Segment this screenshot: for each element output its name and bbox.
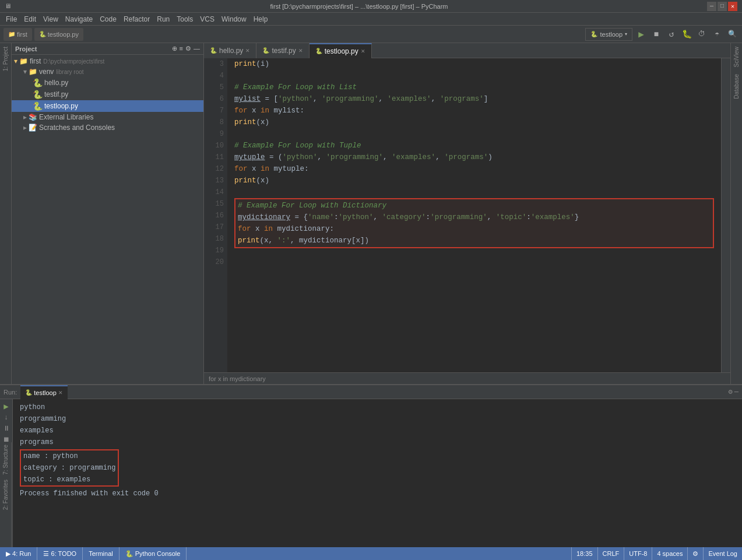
output-highlighted-block: name : python category : programming top… <box>20 449 119 487</box>
tree-item-first[interactable]: ▾ 📁 first D:\pycharmprojects\first <box>12 56 203 66</box>
stop-button[interactable]: ■ <box>650 28 663 41</box>
project-side-label[interactable]: 1: Project <box>1 43 10 75</box>
status-gear[interactable]: ⚙ <box>687 547 703 560</box>
dropdown-icon: ▾ <box>625 31 627 37</box>
run-play-icon[interactable]: ▶ <box>3 401 8 411</box>
code-line-6: mylist = ['python', 'programming', 'exam… <box>234 93 714 105</box>
editor-tabs-bar: 🐍 hello.py ✕ 🐍 testif.py ✕ 🐍 testloop.py… <box>204 43 730 58</box>
coverage-button[interactable]: ☂ <box>711 28 723 41</box>
close-button[interactable]: ✕ <box>728 2 737 11</box>
code-editor[interactable]: 3 4 5 6 7 8 9 10 11 12 13 14 15 16 17 18… <box>204 58 730 372</box>
menu-window[interactable]: Window <box>218 15 250 23</box>
menu-code[interactable]: Code <box>96 15 120 23</box>
code-line-10: # Example For Loop with Tuple <box>234 140 714 152</box>
menu-tools[interactable]: Tools <box>173 15 196 23</box>
tree-item-scratches[interactable]: ▸ 📝 Scratches and Consoles <box>12 122 203 133</box>
tree-item-testloop[interactable]: 🐍 testloop.py <box>12 100 203 112</box>
tab-testloop-close[interactable]: ✕ <box>361 48 365 54</box>
code-line-15: # Example For Loop with Dictionary <box>238 200 711 212</box>
structure-label[interactable]: 7: Structure <box>1 442 10 477</box>
line-numbers: 3 4 5 6 7 8 9 10 11 12 13 14 15 16 17 18… <box>204 58 227 372</box>
status-right-items: 18:35 CRLF UTF-8 4 spaces ⚙ Event Log <box>571 547 742 560</box>
run-pause-icon[interactable]: ⏸ <box>3 424 10 433</box>
file-tab[interactable]: 🐍 testloop.py <box>34 28 83 41</box>
output-line-programs: programs <box>20 436 735 448</box>
project-tab[interactable]: 📁 first <box>3 28 32 41</box>
menu-navigate[interactable]: Navigate <box>62 15 96 23</box>
window-title: first [D:\pycharmprojects\first] – ...\t… <box>11 3 707 10</box>
editor-area: 🐍 hello.py ✕ 🐍 testif.py ✕ 🐍 testloop.py… <box>204 43 730 384</box>
code-line-16: mydictionary = {'name':'python', 'catego… <box>238 212 711 223</box>
project-panel-title: Project <box>15 45 37 52</box>
code-line-17: for x in mydictionary: <box>238 223 711 235</box>
sciview-label[interactable]: SciView <box>732 43 741 71</box>
settings-icon-bottom[interactable]: ⚙ <box>729 388 733 396</box>
hide-icon[interactable]: — <box>194 45 200 52</box>
run-tab-close[interactable]: ✕ <box>58 390 63 396</box>
search-everywhere-button[interactable]: 🔍 <box>726 28 739 41</box>
profile-button[interactable]: ⏱ <box>695 28 708 41</box>
maximize-button[interactable]: □ <box>718 2 727 11</box>
app-icon: 🖥 <box>5 2 11 10</box>
tab-testif-close[interactable]: ✕ <box>298 48 303 54</box>
code-line-3: print(i) <box>234 58 714 70</box>
menu-run[interactable]: Run <box>153 15 173 23</box>
tree-item-hello[interactable]: 🐍 hello.py <box>12 77 203 89</box>
rerun-button[interactable]: ↺ <box>665 28 678 41</box>
highlighted-block: # Example For Loop with Dictionary mydic… <box>234 198 714 248</box>
tree-item-ext-libs-label: External Libraries <box>39 113 93 121</box>
menu-edit[interactable]: Edit <box>20 15 40 23</box>
toolbar-right: 🐍 testloop ▾ ▶ ■ ↺ 🐛 ⏱ ☂ 🔍 <box>585 28 739 41</box>
output-line-category: category : programming <box>23 462 115 474</box>
window-controls: — □ ✕ <box>707 2 737 11</box>
status-terminal[interactable]: Terminal <box>83 547 119 560</box>
menu-view[interactable]: View <box>40 15 62 23</box>
output-line-examples: examples <box>20 425 735 436</box>
menu-refactor[interactable]: Refactor <box>120 15 153 23</box>
favorites-label[interactable]: 2: Favorites <box>1 477 10 512</box>
tree-item-ext-libs[interactable]: ▸ 📚 External Libraries <box>12 112 203 122</box>
status-python-console[interactable]: 🐍 Python Console <box>119 547 187 560</box>
file-icon: 🐍 <box>39 31 46 37</box>
menu-bar: File Edit View Navigate Code Refactor Ru… <box>0 13 742 26</box>
output-line-name: name : python <box>23 450 115 462</box>
settings-icon[interactable]: ⚙ <box>185 45 191 52</box>
status-event-log[interactable]: Event Log <box>703 547 742 560</box>
menu-file[interactable]: File <box>2 15 20 23</box>
run-label: Run: <box>0 389 20 396</box>
tab-testloop[interactable]: 🐍 testloop.py ✕ <box>310 43 372 58</box>
code-content[interactable]: print(i) # Example For Loop with List my… <box>227 58 721 372</box>
code-line-8: print(x) <box>234 117 714 128</box>
bottom-tab-testloop[interactable]: 🐍 testloop ✕ <box>20 385 68 399</box>
add-icon[interactable]: ⊕ <box>172 45 177 52</box>
tab-testif[interactable]: 🐍 testif.py ✕ <box>256 43 309 58</box>
run-arrow-down[interactable]: ↓ <box>4 414 8 422</box>
tree-item-testif[interactable]: 🐍 testif.py <box>12 89 203 100</box>
minimize-button[interactable]: — <box>707 2 716 11</box>
database-label[interactable]: Database <box>732 71 741 103</box>
tree-item-testloop-label: testloop.py <box>44 102 78 110</box>
output-line-programming: programming <box>20 413 735 425</box>
tab-hello-close[interactable]: ✕ <box>245 48 250 54</box>
tab-testloop-icon: 🐍 <box>315 48 322 54</box>
hide-bottom-icon[interactable]: — <box>734 388 739 396</box>
run-tab-icon: 🐍 <box>25 389 32 396</box>
status-encoding[interactable]: UTF-8 <box>624 547 652 560</box>
collapse-icon[interactable]: ≡ <box>180 45 183 52</box>
debug-button[interactable]: 🐛 <box>680 28 693 41</box>
status-indent[interactable]: 4 spaces <box>652 547 687 560</box>
left-bottom-panel: 7: Structure 2: Favorites <box>0 442 12 547</box>
run-config-selector[interactable]: 🐍 testloop ▾ <box>585 28 632 41</box>
tree-item-venv[interactable]: ▾ 📁 venv library root <box>12 66 203 77</box>
title-bar: 🖥 first [D:\pycharmprojects\first] – ...… <box>0 0 742 13</box>
status-todo[interactable]: ☰ 6: TODO <box>37 547 83 560</box>
run-button[interactable]: ▶ <box>635 28 648 41</box>
status-run[interactable]: ▶ 4: Run <box>0 547 37 560</box>
tab-hello[interactable]: 🐍 hello.py ✕ <box>204 43 256 58</box>
status-time[interactable]: 18:35 <box>571 547 597 560</box>
menu-vcs[interactable]: VCS <box>196 15 218 23</box>
menu-help[interactable]: Help <box>250 15 272 23</box>
project-tree: ▾ 📁 first D:\pycharmprojects\first ▾ 📁 v… <box>12 55 203 384</box>
tab-hello-icon: 🐍 <box>210 47 217 54</box>
status-crlf[interactable]: CRLF <box>597 547 624 560</box>
